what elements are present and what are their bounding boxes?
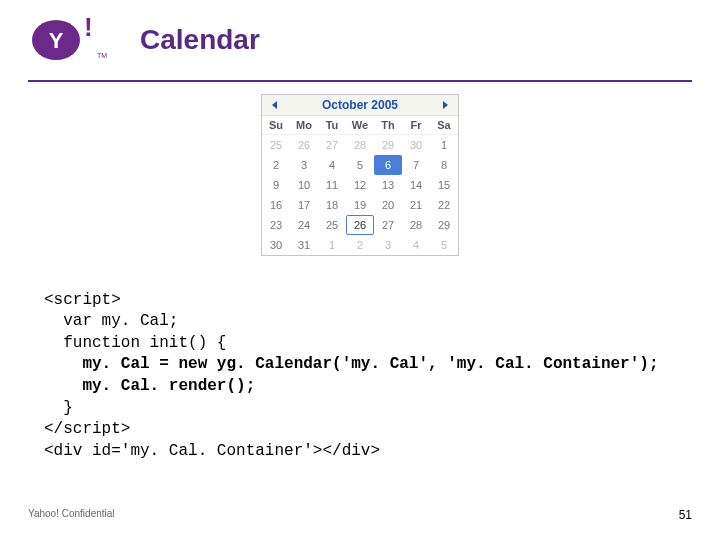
calendar-day-cell[interactable]: 30: [262, 235, 290, 255]
calendar-day-cell[interactable]: 2: [346, 235, 374, 255]
calendar-day-cell[interactable]: 14: [402, 175, 430, 195]
calendar-day-cell[interactable]: 29: [374, 135, 402, 155]
calendar-day-cell[interactable]: 25: [262, 135, 290, 155]
calendar-day-cell[interactable]: 27: [318, 135, 346, 155]
next-month-icon[interactable]: [438, 98, 452, 112]
calendar-day-cell[interactable]: 7: [402, 155, 430, 175]
calendar-day-cell[interactable]: 5: [430, 235, 458, 255]
calendar-day-header: Fr: [402, 116, 430, 135]
calendar-day-cell[interactable]: 12: [346, 175, 374, 195]
calendar-day-cell[interactable]: 29: [430, 215, 458, 235]
calendar-day-header: Su: [262, 116, 290, 135]
svg-text:TM: TM: [97, 52, 107, 59]
calendar-day-cell[interactable]: 28: [402, 215, 430, 235]
page-number: 51: [679, 508, 692, 522]
calendar-day-cell[interactable]: 13: [374, 175, 402, 195]
calendar-day-header: Sa: [430, 116, 458, 135]
prev-month-icon[interactable]: [268, 98, 282, 112]
calendar-day-cell[interactable]: 18: [318, 195, 346, 215]
svg-marker-5: [443, 101, 448, 109]
calendar-day-cell[interactable]: 4: [318, 155, 346, 175]
calendar-day-header: We: [346, 116, 374, 135]
svg-marker-4: [272, 101, 277, 109]
calendar-day-cell[interactable]: 22: [430, 195, 458, 215]
calendar-day-cell[interactable]: 25: [318, 215, 346, 235]
calendar-day-cell[interactable]: 11: [318, 175, 346, 195]
calendar-day-cell[interactable]: 9: [262, 175, 290, 195]
calendar-day-cell[interactable]: 23: [262, 215, 290, 235]
calendar-day-cell[interactable]: 26: [346, 215, 374, 235]
calendar-day-cell[interactable]: 26: [290, 135, 318, 155]
calendar-day-cell[interactable]: 30: [402, 135, 430, 155]
code-snippet: <script> var my. Cal; function init() { …: [44, 268, 676, 462]
calendar-day-cell[interactable]: 31: [290, 235, 318, 255]
yahoo-logo: Y ! TM: [26, 14, 116, 66]
footer-confidential: Yahoo! Confidential: [28, 508, 115, 522]
calendar-day-cell[interactable]: 16: [262, 195, 290, 215]
calendar-day-cell[interactable]: 6: [374, 155, 402, 175]
calendar-day-cell[interactable]: 2: [262, 155, 290, 175]
calendar-day-cell[interactable]: 24: [290, 215, 318, 235]
calendar-day-cell[interactable]: 27: [374, 215, 402, 235]
calendar-widget: October 2005 SuMoTuWeThFrSa 252627282930…: [261, 94, 459, 256]
header-divider: [28, 80, 692, 82]
calendar-day-header: Th: [374, 116, 402, 135]
calendar-day-cell[interactable]: 17: [290, 195, 318, 215]
calendar-day-cell[interactable]: 3: [374, 235, 402, 255]
calendar-day-cell[interactable]: 5: [346, 155, 374, 175]
svg-text:!: !: [84, 14, 93, 42]
calendar-day-cell[interactable]: 19: [346, 195, 374, 215]
calendar-day-cell[interactable]: 1: [430, 135, 458, 155]
page-title: Calendar: [140, 24, 260, 56]
calendar-day-cell[interactable]: 21: [402, 195, 430, 215]
calendar-day-cell[interactable]: 3: [290, 155, 318, 175]
svg-text:Y: Y: [49, 28, 64, 53]
calendar-day-cell[interactable]: 20: [374, 195, 402, 215]
calendar-day-cell[interactable]: 4: [402, 235, 430, 255]
calendar-day-cell[interactable]: 8: [430, 155, 458, 175]
calendar-day-header: Tu: [318, 116, 346, 135]
calendar-day-header: Mo: [290, 116, 318, 135]
calendar-day-cell[interactable]: 10: [290, 175, 318, 195]
calendar-day-cell[interactable]: 1: [318, 235, 346, 255]
calendar-day-cell[interactable]: 15: [430, 175, 458, 195]
calendar-month-label: October 2005: [322, 98, 398, 112]
calendar-day-cell[interactable]: 28: [346, 135, 374, 155]
